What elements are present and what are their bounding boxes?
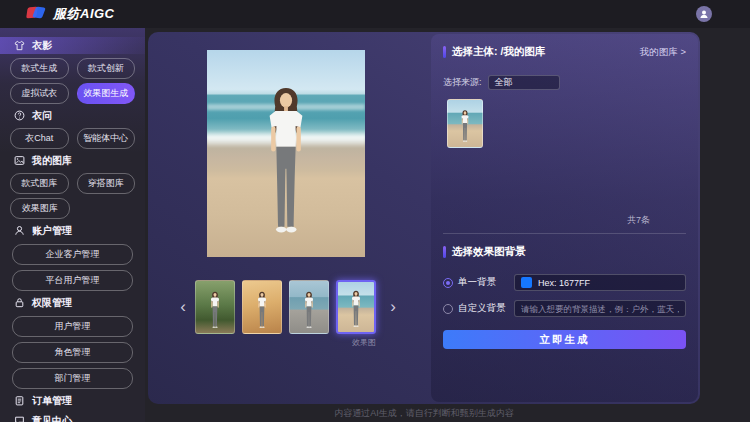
sidebar-item-effect-gallery[interactable]: 效果图库 (10, 198, 70, 219)
sidebar-item-yichat[interactable]: 衣Chat (10, 128, 69, 149)
sidebar-item-user-management[interactable]: 用户管理 (12, 316, 133, 337)
sidebar-section-orders[interactable]: 订单管理 (0, 392, 145, 409)
background-section-title: 选择效果图背景 (443, 245, 686, 259)
lock-icon (14, 297, 25, 308)
sidebar-section-label: 权限管理 (32, 296, 72, 310)
logo-text: 服纺AIGC (53, 5, 115, 23)
sidebar-section-label: 我的图库 (32, 154, 72, 168)
source-select[interactable]: 全部 (488, 75, 560, 90)
sidebar-section-label: 账户管理 (32, 224, 72, 238)
sidebar-section-label: 衣影 (32, 39, 52, 53)
result-thumbnail-2[interactable] (242, 280, 282, 334)
order-icon (14, 395, 25, 406)
shirt-icon (14, 40, 25, 51)
sidebar-item-enterprise-customers[interactable]: 企业客户管理 (12, 244, 133, 265)
top-bar: 服纺AIGC (0, 0, 750, 28)
my-gallery-link[interactable]: 我的图库 > (640, 46, 686, 59)
app-logo: 服纺AIGC (0, 5, 115, 23)
model-figure (208, 291, 223, 331)
sidebar-section-account[interactable]: 账户管理 (0, 222, 145, 239)
ai-disclaimer: 内容通过AI生成，请自行判断和甄别生成内容 (148, 407, 700, 420)
user-icon (14, 225, 25, 236)
model-figure (302, 291, 317, 331)
single-background-row: 单一背景 Hex: 1677FF (443, 274, 686, 291)
source-row: 选择来源: 全部 (443, 75, 686, 90)
sidebar-item-virtual-tryon[interactable]: 虚拟试衣 (10, 83, 69, 104)
thumbnail-row (195, 280, 376, 334)
carousel-caption: 效果图 (195, 337, 376, 348)
custom-background-radio[interactable] (443, 304, 453, 314)
carousel-prev-icon[interactable]: ‹ (176, 294, 190, 320)
hex-value: Hex: 1677FF (538, 278, 590, 288)
source-label: 选择来源: (443, 76, 482, 89)
accent-bar (443, 246, 446, 258)
sidebar-item-agent-center[interactable]: 智能体中心 (77, 128, 136, 149)
generate-button[interactable]: 立即生成 (443, 330, 686, 349)
subject-count: 共7条 (443, 214, 686, 227)
carousel-next-icon[interactable]: › (386, 294, 400, 320)
subject-thumbnail[interactable] (447, 99, 483, 148)
question-circle-icon (14, 110, 25, 121)
section-divider (443, 233, 686, 234)
sidebar-section-label: 意见中心 (32, 414, 72, 422)
result-thumbnail-1[interactable] (195, 280, 235, 334)
subject-title-text: 选择主体: /我的图库 (452, 45, 545, 59)
sidebar-section-permission[interactable]: 权限管理 (0, 294, 145, 311)
subject-header-row: 选择主体: /我的图库 我的图库 > (443, 45, 686, 59)
sidebar-section-feedback[interactable]: 意见中心 (0, 412, 145, 422)
sidebar-item-style-gallery[interactable]: 款式图库 (10, 173, 69, 194)
custom-background-label: 自定义背景 (458, 302, 514, 315)
single-background-label: 单一背景 (458, 276, 514, 289)
hex-color-picker[interactable]: Hex: 1677FF (514, 274, 686, 291)
sidebar-item-platform-users[interactable]: 平台用户管理 (12, 270, 133, 291)
custom-background-input[interactable] (514, 300, 686, 317)
preview-image (207, 50, 365, 257)
accent-bar (443, 46, 446, 58)
main-content: ‹ › 效果图 选择主体: /我的图库 我的图库 > (148, 32, 700, 404)
sidebar-section-yiwen[interactable]: 衣问 (0, 107, 145, 124)
sidebar-item-style-generate[interactable]: 款式生成 (10, 58, 69, 79)
sidebar-item-department-management[interactable]: 部门管理 (12, 368, 133, 389)
sidebar-item-style-innovate[interactable]: 款式创新 (77, 58, 136, 79)
sidebar-section-label: 衣问 (32, 109, 52, 123)
model-figure (255, 85, 317, 245)
result-thumbnail-4-selected[interactable] (336, 280, 376, 334)
logo-icon (27, 7, 46, 22)
model-figure (349, 290, 364, 330)
sidebar-item-role-management[interactable]: 角色管理 (12, 342, 133, 363)
user-icon (699, 9, 709, 19)
single-background-radio[interactable] (443, 278, 453, 288)
color-swatch[interactable] (521, 277, 532, 288)
feedback-icon (14, 415, 25, 422)
image-icon (14, 155, 25, 166)
settings-panel: 选择主体: /我的图库 我的图库 > 选择来源: 全部 共7条 选择效果图背景 … (431, 34, 698, 402)
result-carousel: ‹ › 效果图 (148, 280, 432, 346)
sidebar-section-my-gallery[interactable]: 我的图库 (0, 152, 145, 169)
sidebar-section-yiying[interactable]: 衣影 (0, 37, 145, 54)
custom-background-row: 自定义背景 (443, 300, 686, 317)
subject-section-title: 选择主体: /我的图库 (443, 45, 545, 59)
sidebar: 衣影 款式生成 款式创新 虚拟试衣 效果图生成 衣问 衣Chat 智能体中心 我… (0, 28, 145, 422)
model-figure (255, 291, 270, 331)
sidebar-item-outfit-gallery[interactable]: 穿搭图库 (77, 173, 136, 194)
sidebar-item-effect-generate[interactable]: 效果图生成 (77, 83, 136, 104)
result-thumbnail-3[interactable] (289, 280, 329, 334)
user-avatar[interactable] (696, 6, 712, 22)
sidebar-section-label: 订单管理 (32, 394, 72, 408)
background-title-text: 选择效果图背景 (452, 245, 526, 259)
model-figure (459, 109, 472, 145)
